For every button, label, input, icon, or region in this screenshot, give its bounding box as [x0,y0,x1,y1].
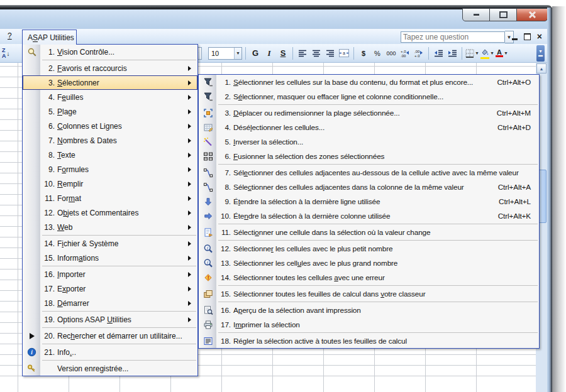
thousands-separator-button[interactable]: 000 [385,46,397,60]
menu-item-3[interactable]: 3.Sélectionner [23,75,197,90]
menu-item-number: 18. [216,337,231,346]
menu-item-17[interactable]: 17.Exporter [23,281,197,296]
menu-item-1[interactable]: 1.Vision Contrôle... [23,45,197,59]
decrease-decimal-button[interactable]: ,00+,0 [413,46,425,60]
menu-item-label: Remplir [55,180,83,188]
submenu-arrow-icon [188,210,191,215]
submenu-arrow-icon [188,153,191,158]
menu-item-extra[interactable]: Version enregistrée... [23,361,197,376]
minimize-button[interactable] [462,8,490,21]
submenu-item-17[interactable]: 17.Imprimer la sélection [199,317,539,332]
submenu-item-15[interactable]: 15.Sélectionner toutes les feuilles de c… [199,286,539,301]
submenu-arrow-icon [188,80,191,85]
menu-item-11[interactable]: 11.Format [23,191,197,205]
menu-item-6[interactable]: 6.Colonnes et Lignes [23,119,197,133]
submenu-arrow-icon [188,167,191,172]
menu-item-number: 11. [216,228,231,237]
currency-button[interactable]: $ [357,46,370,60]
filter-icon [199,92,216,102]
menu-item-20[interactable]: 20.Rechercher et démarrer un utilitaire.… [23,329,197,343]
submenu-item-18[interactable]: 18.Régler la sélection active à toutes l… [199,334,539,348]
submenu-item-16[interactable]: 16.Aperçu de la sélection avant impressi… [199,303,539,317]
submenu-item-13[interactable]: f13.Sélectionner les cellules avec le pl… [199,256,539,270]
maximize-button[interactable] [489,8,517,21]
help-menu[interactable]: ? [8,31,12,40]
overflow-icon: ▬ [538,53,543,57]
align-left-button[interactable] [296,46,309,60]
submenu-item-4[interactable]: 4.Désélectionner les cellules...Ctrl+Alt… [199,120,539,134]
menu-item-13[interactable]: 13.Web [23,220,197,234]
submenu-item-12[interactable]: f12.Sélectionner les cellules avec le pl… [199,241,539,256]
svg-text:!: ! [207,275,209,281]
menu-item-5[interactable]: 5.Plage [23,104,197,119]
menu-item-7[interactable]: 7.Nombres & Dates [23,133,197,148]
submenu-item-9[interactable]: 9.Étendre la sélection à la dernière lig… [199,194,539,209]
font-color-button[interactable]: A ▼ [496,46,508,60]
decrease-indent-button[interactable] [432,46,445,60]
font-size-combo[interactable]: 10 ▼ [208,47,242,60]
menu-item-18[interactable]: 18.Démarrer [23,296,197,310]
find-max-icon: f [199,258,216,268]
submenu-item-2[interactable]: 2.Sélectionner, masquer ou effacer ligne… [199,89,539,104]
menu-item-16[interactable]: 16.Importer [23,267,197,281]
window-drop-shadow [552,6,566,392]
submenu-item-6[interactable]: 6.Fusionner la sélection des zones sélec… [199,149,539,163]
bold-button[interactable]: G [249,46,262,60]
close-button[interactable] [516,8,548,21]
underline-button[interactable]: S [277,46,289,60]
menu-item-number: 20. [40,332,55,340]
menu-item-19[interactable]: 19.Options ASAP Utilities [23,312,197,327]
increase-indent-icon [448,50,457,57]
asap-utilities-menu-tab[interactable]: ASAP Utilities [22,30,77,45]
workbook-restore-button[interactable] [524,33,531,40]
toolbar-separator [353,47,354,60]
workbook-minimize-button[interactable] [512,38,518,40]
percent-button[interactable]: % [371,46,384,60]
borders-button[interactable]: ▼ [465,46,479,60]
merge-center-button[interactable]: a [338,46,350,60]
question-input[interactable] [401,31,505,43]
menu-item-shortcut: Ctrl+Alt+O [497,78,538,87]
menu-item-9[interactable]: 9.Formules [23,162,197,177]
toolbar-options-button[interactable]: ▼▬ [536,45,545,62]
align-right-button[interactable] [324,46,336,60]
submenu-item-1[interactable]: 1.Sélectionner les cellules sur la base … [199,75,539,89]
menu-item-8[interactable]: 8.Texte [23,148,197,162]
menu-item-4[interactable]: 4.Feuilles [23,90,197,104]
menu-item-2[interactable]: 2.Favoris et raccourcis [23,61,197,75]
submenu-item-5[interactable]: 5.Inverser la sélection... [199,134,539,149]
menu-item-10[interactable]: 10.Remplir [23,177,197,191]
align-center-button[interactable] [310,46,323,60]
submenu-arrow-icon [188,196,191,201]
menu-item-number: 16. [216,306,231,315]
submenu-item-8[interactable]: 8.Sélectionner des cellules adjacentes d… [199,180,539,194]
menu-item-number: 3. [216,109,231,117]
menu-item-number: 16. [40,270,55,279]
menu-item-12[interactable]: 12.Objets et Commentaires [23,205,197,220]
fill-color-button[interactable]: ▼ [480,46,494,60]
submenu-item-10[interactable]: 10.Étendre la sélection à la dernière co… [199,209,539,223]
submenu-item-11[interactable]: 11.Sélectionner une cellule dans la séle… [199,225,539,239]
menu-item-label: Web [55,223,72,232]
sort-descending-button[interactable]: ZA ↓ [2,46,17,61]
menu-item-label: Sélectionner toutes les feuilles de calc… [231,290,425,298]
menu-item-15[interactable]: 15.Informations [23,251,197,265]
menu-item-21[interactable]: i21.Info... [23,345,197,359]
menu-item-label: Nombres & Dates [55,136,117,145]
asap-utilities-menu: 1.Vision Contrôle...2.Favoris et raccour… [22,44,198,376]
invert-wand-icon [199,137,216,147]
submenu-arrow-icon [188,138,191,143]
down-arrow-icon: ↓ [7,50,10,57]
increase-decimal-button[interactable]: +,0,00 [399,46,411,60]
increase-indent-button[interactable] [446,46,458,60]
italic-button[interactable]: I [263,46,275,60]
scroll-up-button[interactable]: ▲ [536,63,547,74]
menu-item-14[interactable]: 14.Fichier & Système [23,236,197,251]
menu-item-label: Déplacer ou redimensionner la plage séle… [231,109,400,117]
submenu-item-3[interactable]: 3.Déplacer ou redimensionner la plage sé… [199,106,539,120]
submenu-item-14[interactable]: !14.Sélectionner toutes les cellules ave… [199,270,539,285]
workbook-close-button[interactable]: × [537,32,542,41]
submenu-item-7[interactable]: 7.Sélectionner des cellules adjacentes a… [199,165,539,180]
font-size-value: 10 [209,50,228,57]
menu-item-number: 9. [216,197,231,206]
